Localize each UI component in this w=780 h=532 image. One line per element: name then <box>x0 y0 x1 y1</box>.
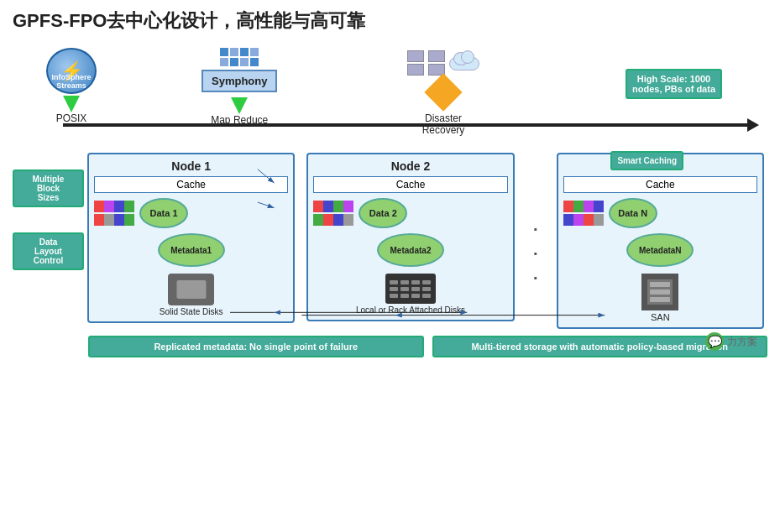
wechat-icon: 💬 <box>705 332 724 351</box>
node-1-title: Node 1 <box>94 159 288 173</box>
node-2-cache: Cache <box>313 176 507 193</box>
nodes-wrapper: Smart Caching Node 1 Cache <box>84 153 767 329</box>
mapreduce-label: Map Reduce <box>211 114 268 126</box>
node-2-box: Node 2 Cache <box>306 153 514 321</box>
node-1-strip1 <box>94 201 134 212</box>
label-data-layout: DataLayoutControl <box>13 232 84 270</box>
posix-arrow <box>63 96 80 112</box>
label-block-sizes: MultipleBlockSizes <box>13 170 84 207</box>
node-1-disk-area: Solid State Disks <box>94 270 288 316</box>
posix-label: POSIX <box>56 112 87 124</box>
node-n-strip2 <box>563 214 604 226</box>
node-1-data-oval: Data 1 <box>139 198 188 228</box>
tl-symphony: Symphony Map Reduce <box>202 48 277 126</box>
bottom-banners: Replicated metadata: No single point of … <box>88 336 767 357</box>
dots-separator: · · · <box>523 153 548 288</box>
tl-highscale: High Scale: 1000nodes, PBs of data <box>626 69 722 99</box>
node-n-san-label: SAN <box>651 312 670 322</box>
tl-disaster: Disaster Recovery <box>407 50 479 136</box>
node-n-box: Node N Cache <box>557 153 764 329</box>
symphony-grid <box>220 48 259 66</box>
node-1-strip2 <box>94 214 134 226</box>
symphony-arrow <box>231 97 248 114</box>
node-n-san-icon <box>641 274 678 310</box>
node-1-content: Data 1 <box>94 198 288 228</box>
node-2-disk-area: Local or Rack Attached Disks <box>313 270 507 315</box>
node-n-disk-area: SAN <box>563 270 757 322</box>
node-2-strip2 <box>313 214 353 226</box>
highscale-box: High Scale: 1000nodes, PBs of data <box>626 69 722 99</box>
node-n-meta-oval: MetadataN <box>626 233 694 267</box>
node-2-meta-oval: Metadata2 <box>377 233 444 267</box>
node-1-box: Node 1 Cache <box>87 153 295 323</box>
streams-icon: InfoSphereStreams <box>46 48 97 94</box>
node-n-strip1 <box>563 201 604 212</box>
smart-caching-badge: Smart Caching <box>610 151 683 170</box>
node-n-content: Data N <box>563 198 757 228</box>
node-2-strip-group <box>313 201 353 226</box>
node-1-cache: Cache <box>94 176 288 193</box>
disaster-diamond <box>424 73 462 111</box>
node-n-data-oval: Data N <box>609 198 657 228</box>
node-2-content: Data 2 <box>313 198 507 228</box>
node-n-strip-group <box>563 201 604 226</box>
node-2-strip1 <box>313 201 353 212</box>
node-1-disk-label: Solid State Disks <box>160 307 223 316</box>
tl-posix: InfoSphereStreams POSIX <box>46 48 97 124</box>
node-2-disk-label: Local or Rack Attached Disks <box>356 305 465 315</box>
node-2-data-oval: Data 2 <box>359 198 407 228</box>
node-2-rack-icon <box>385 274 436 304</box>
disaster-label: Disaster Recovery <box>422 112 465 136</box>
node-1-ssd-icon <box>168 274 214 305</box>
banner-metadata: Replicated metadata: No single point of … <box>88 336 424 357</box>
page-title: GPFS-FPO去中心化设计，高性能与高可靠 <box>13 8 767 34</box>
node-1-strip-group <box>94 201 134 226</box>
node-n-cache: Cache <box>563 176 757 193</box>
node-row: Node 1 Cache <box>84 153 767 329</box>
watermark: 💬 力方案 <box>705 332 757 351</box>
symphony-box: Symphony <box>202 70 277 92</box>
timeline-area: InfoSphereStreams POSIX Symphony <box>13 44 767 153</box>
node-2-title: Node 2 <box>313 159 507 173</box>
node-1-meta-oval: Metadata1 <box>158 233 225 267</box>
left-labels: MultipleBlockSizes DataLayoutControl <box>13 153 84 329</box>
main-content: MultipleBlockSizes DataLayoutControl Sma… <box>13 153 767 329</box>
